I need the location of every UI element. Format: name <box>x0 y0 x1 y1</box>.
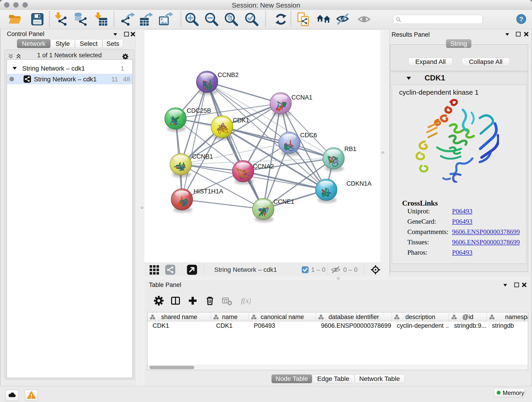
tab-style[interactable]: Style <box>51 39 75 48</box>
tab-network[interactable]: Network <box>17 39 51 48</box>
column-header-database-identifier[interactable]: database identifier <box>316 313 392 321</box>
open-in-new-window-button[interactable] <box>187 265 197 275</box>
right-splitter[interactable] <box>380 29 389 280</box>
graph-node-CDK1[interactable]: CDK1 <box>211 116 249 140</box>
collapse-all-button[interactable]: Collapse All <box>462 57 510 66</box>
column-header-namespace[interactable]: namespace <box>487 313 528 321</box>
left-splitter-handle[interactable] <box>140 205 144 211</box>
table-cell[interactable]: stringdb:9... <box>449 321 487 330</box>
table-cell[interactable]: CDK1 <box>147 321 211 330</box>
first-neighbors-button[interactable] <box>316 12 331 27</box>
refresh-button[interactable] <box>273 12 288 27</box>
tab-edge-table[interactable]: Edge Table <box>312 375 355 383</box>
import-network-file-button[interactable] <box>54 12 68 27</box>
table-cell[interactable]: 9606.ENSP00000378699 <box>316 321 392 330</box>
memory-button[interactable]: Memory <box>494 388 525 397</box>
copy-style-button[interactable] <box>296 12 311 27</box>
scrollbar-thumb[interactable] <box>149 366 194 369</box>
results-panel-close-button[interactable] <box>523 31 529 37</box>
save-session-button[interactable] <box>30 12 45 27</box>
crosslink-value-link[interactable]: P06493 <box>452 249 472 256</box>
table-cell[interactable]: cyclin-dependent ... <box>392 321 449 330</box>
zoom-in-button[interactable] <box>184 12 199 27</box>
zoom-out-button[interactable] <box>204 12 219 27</box>
network-icon <box>23 75 31 83</box>
graph-node-CCNA1[interactable]: CCNA1 <box>270 93 312 117</box>
birds-eye-view-button[interactable] <box>149 265 160 275</box>
crosslink-label: Tissues: <box>407 238 429 246</box>
fit-content-button[interactable] <box>370 265 381 275</box>
hide-selected-button[interactable] <box>335 12 350 27</box>
crosslink-value-link[interactable]: 9606.ENSP00000378699 <box>452 228 520 236</box>
column-header-name[interactable]: name <box>211 313 249 321</box>
export-table-button[interactable] <box>139 12 153 27</box>
table-panel-float-button[interactable] <box>514 282 520 288</box>
add-column-button[interactable] <box>187 295 198 306</box>
column-header-@id[interactable]: @id <box>449 313 487 321</box>
search-input[interactable] <box>403 15 481 23</box>
crosslink-value-link[interactable]: P06493 <box>452 207 472 215</box>
selected-checkbox-icon[interactable] <box>302 266 309 273</box>
import-table-file-button[interactable] <box>94 12 108 27</box>
cloud-status-button[interactable] <box>5 390 19 401</box>
left-splitter[interactable] <box>135 29 144 386</box>
gene-details-box: cyclin-dependent kinase 1 CrossLinks Uni… <box>392 85 526 264</box>
results-panel-float-button[interactable] <box>515 31 521 37</box>
table-cell[interactable]: stringdb <box>487 321 528 330</box>
split-columns-button[interactable] <box>170 295 181 306</box>
float-window-icon <box>515 31 521 37</box>
show-all-button[interactable] <box>357 12 371 27</box>
control-panel-menu-button[interactable] <box>112 31 118 37</box>
control-panel-float-button[interactable] <box>123 31 129 37</box>
tab-select[interactable]: Select <box>75 39 102 48</box>
horizontal-splitter[interactable] <box>144 276 530 280</box>
zoom-fit-button[interactable] <box>224 12 239 27</box>
import-network-database-button[interactable] <box>74 12 88 27</box>
export-network-button[interactable] <box>121 12 135 27</box>
expand-all-button[interactable]: Expand All <box>408 57 453 66</box>
crosslink-value-link[interactable]: P06493 <box>452 218 472 225</box>
tab-string[interactable]: String <box>446 39 471 48</box>
results-panel-menu-button[interactable] <box>504 31 510 37</box>
column-header-description[interactable]: description <box>392 313 449 321</box>
warnings-button[interactable] <box>25 390 38 401</box>
table-horizontal-scrollbar[interactable] <box>147 365 528 370</box>
network-share-button[interactable] <box>165 265 176 275</box>
tab-network-table[interactable]: Network Table <box>355 375 405 383</box>
network-view-canvas[interactable]: CCNB2CCNA1CDC25BCDK1CDC6RB1CCNB1CCNA2CDK… <box>144 29 380 263</box>
tree-expand-icon <box>12 66 17 70</box>
crosslink-value-link[interactable]: 9606.ENSP00000378699 <box>452 238 520 246</box>
crosslink-row: GeneCard:P06493 <box>392 218 526 228</box>
table-panel-close-button[interactable] <box>521 282 527 288</box>
table-panel-menu-button[interactable] <box>502 282 508 288</box>
horizontal-splitter-handle[interactable] <box>337 277 340 280</box>
network-row-label: String Network – cdk1 <box>34 76 97 83</box>
graph-node-CCNE1[interactable]: CCNE1 <box>253 198 294 222</box>
network-collection-row[interactable]: String Network – cdk1 1 <box>7 63 133 74</box>
toolbar-separator <box>327 264 327 275</box>
gene-section-header[interactable]: CDK1 <box>390 72 528 84</box>
import-table-file-icon <box>94 12 108 27</box>
zoom-selected-button[interactable] <box>244 12 259 27</box>
network-row-selected[interactable]: String Network – cdk1 11 48 <box>7 74 133 84</box>
tab-sets[interactable]: Sets <box>102 39 123 48</box>
table-settings-button[interactable] <box>153 295 164 306</box>
cloud-icon <box>7 390 17 400</box>
table-cell[interactable]: P06493 <box>249 321 316 330</box>
network-graph[interactable]: CCNB2CCNA1CDC25BCDK1CDC6RB1CCNB1CCNA2CDK… <box>144 30 380 263</box>
column-header-canonical-name[interactable]: canonical name <box>249 313 316 321</box>
graph-node-RB1[interactable]: RB1 <box>323 146 356 172</box>
graph-node-CCNB1[interactable]: CCNB1 <box>170 153 213 178</box>
hidden-eye-icon[interactable] <box>330 266 341 274</box>
right-splitter-handle[interactable] <box>380 150 385 156</box>
open-file-button[interactable] <box>7 12 22 27</box>
graph-node-HIST1H1A[interactable]: HIST1H1A <box>171 188 223 213</box>
tab-node-table[interactable]: Node Table <box>272 375 312 383</box>
toolbar-separator <box>181 12 181 27</box>
delete-column-button[interactable] <box>204 295 215 306</box>
column-header-shared-name[interactable]: shared name <box>147 313 211 321</box>
help-button[interactable]: ? <box>516 13 527 25</box>
table-cell[interactable]: CDK1 <box>211 321 249 330</box>
graph-node-CDKN1A[interactable]: CDKN1A <box>316 179 372 203</box>
export-image-button[interactable] <box>158 12 173 27</box>
